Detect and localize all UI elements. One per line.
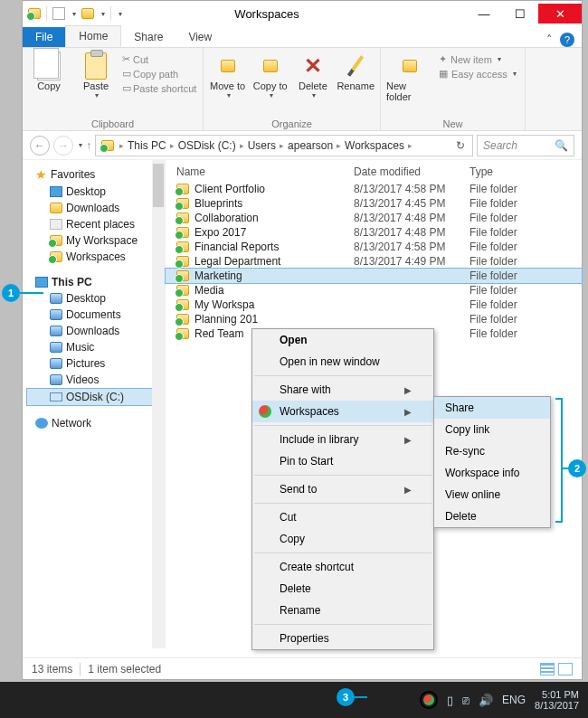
tree-item-osdisk[interactable]: OSDisk (C:) [26,388,165,406]
app-icon [28,8,41,19]
ctx-open[interactable]: Open [252,329,433,351]
tree-scrollbar[interactable] [152,160,165,648]
copy-path-button[interactable]: ▭Copy path [122,68,196,80]
breadcrumb[interactable]: ▸ This PC▸ OSDisk (C:)▸ Users▸ apearson▸… [95,135,473,156]
network-header[interactable]: Network [26,415,165,431]
tree-item[interactable]: Documents [26,307,165,323]
folder-icon [176,328,189,339]
forward-button[interactable]: → [53,136,73,156]
tree-item[interactable]: Videos [26,372,165,388]
maximize-button[interactable]: ☐ [502,4,538,24]
ctx-open-new[interactable]: Open in new window [252,351,433,373]
tray-battery-icon[interactable]: ▯ [447,694,453,707]
up-button[interactable]: ↑ [86,139,91,152]
folder-icon [176,184,189,194]
tab-file[interactable]: File [23,27,65,47]
this-pc-header[interactable]: This PC [26,274,165,290]
tree-item[interactable]: Music [26,339,165,355]
ctx-workspaces[interactable]: Workspaces▶ [252,401,433,422]
tray-workspaces[interactable] [420,691,438,709]
ctx-share-with[interactable]: Share with▶ [252,379,433,401]
context-menu: Open Open in new window Share with▶ Work… [251,328,434,650]
refresh-icon[interactable]: ↻ [450,139,470,152]
ctx-delete[interactable]: Delete [252,578,433,600]
table-row[interactable]: MediaFile folder [166,283,582,298]
folder-icon [176,270,189,281]
search-input[interactable]: Search 🔍 [477,135,574,156]
ribbon-collapse-icon[interactable]: ˄ [546,33,553,46]
tree-item[interactable]: Pictures [26,355,165,372]
table-row[interactable]: Planning 201File folder [166,312,582,326]
location-icon [101,140,114,151]
new-window-icon[interactable] [52,7,65,20]
new-item-button[interactable]: ✦New item ▾ [439,53,517,65]
ctx-pin[interactable]: Pin to Start [252,450,433,472]
table-row[interactable]: My WorkspaFile folder [166,298,582,312]
table-row[interactable]: Blueprints8/13/2017 4:45 PMFile folder [166,196,582,211]
disk-icon [50,392,62,402]
icons-view-icon[interactable] [558,663,573,675]
folder-icon [176,241,189,252]
pc-icon [35,277,48,288]
ctx-copy[interactable]: Copy [252,528,433,550]
sub-info[interactable]: Workspace info [434,462,550,484]
workspaces-tray-icon [423,694,434,705]
tree-item[interactable]: Downloads [26,323,165,339]
sub-copy-link[interactable]: Copy link [434,419,550,440]
tree-item-desktop[interactable]: Desktop [26,184,165,200]
taskbar: ▯ ⎚ 🔊 ENG 5:01 PM 8/13/2017 [0,682,588,718]
table-row[interactable]: Collaboration8/13/2017 4:48 PMFile folde… [166,211,582,225]
ctx-cut[interactable]: Cut [252,506,433,528]
open-folder-icon[interactable] [81,8,94,19]
table-row[interactable]: Expo 20178/13/2017 4:48 PMFile folder [166,225,582,240]
folder-icon [176,314,189,325]
column-headers[interactable]: Name Date modified Type [166,160,582,182]
tab-view[interactable]: View [175,27,224,47]
move-to-button[interactable]: Move to▾ [209,52,246,99]
easy-access-button[interactable]: ▦Easy access ▾ [439,68,517,80]
sub-share[interactable]: Share [434,397,550,419]
delete-button[interactable]: ✕Delete▾ [294,52,331,99]
copy-to-button[interactable]: Copy to▾ [251,52,289,99]
rename-button[interactable]: Rename [337,52,375,91]
tree-item-recent[interactable]: Recent places [26,216,165,232]
history-caret-icon[interactable]: ▾ [79,141,82,149]
tab-share[interactable]: Share [121,27,175,47]
tree-item-my-workspace[interactable]: My Workspace [26,232,165,249]
qat-caret-icon[interactable]: ▾ [72,10,76,18]
paste-button[interactable]: Paste▾ [75,52,117,99]
sub-resync[interactable]: Re-sync [434,440,550,462]
folder-icon [176,213,189,223]
tree-item[interactable]: Desktop [26,290,165,307]
folder-icon [176,256,189,267]
favorites-header[interactable]: ★Favorites [26,165,165,184]
cut-button[interactable]: ✂Cut [122,53,196,65]
ctx-shortcut[interactable]: Create shortcut [252,556,433,578]
help-icon[interactable]: ? [560,33,574,47]
sub-view-online[interactable]: View online [434,484,550,505]
back-button[interactable]: ← [30,136,50,156]
tray-network-icon[interactable]: ⎚ [462,694,469,707]
table-row[interactable]: Client Portfolio8/13/2017 4:58 PMFile fo… [166,182,582,196]
tree-item-downloads[interactable]: Downloads [26,200,165,216]
copy-button[interactable]: Copy [28,52,70,91]
details-view-icon[interactable] [540,663,555,675]
table-row[interactable]: MarketingFile folder [166,269,582,283]
table-row[interactable]: Financial Reports8/13/2017 4:58 PMFile f… [166,240,582,254]
paste-shortcut-button[interactable]: ▭Paste shortcut [122,82,196,94]
close-button[interactable]: ✕ [538,4,582,24]
new-folder-button[interactable]: New folder [386,52,433,102]
tray-language[interactable]: ENG [502,694,526,706]
folder-icon [50,326,62,336]
ctx-send-to[interactable]: Send to▶ [252,478,433,500]
tray-clock[interactable]: 5:01 PM 8/13/2017 [535,689,579,711]
minimize-button[interactable]: — [466,4,502,24]
table-row[interactable]: Legal Department8/13/2017 4:49 PMFile fo… [166,254,582,269]
tab-home[interactable]: Home [65,25,121,47]
tree-item-workspaces[interactable]: Workspaces [26,249,165,265]
tray-volume-icon[interactable]: 🔊 [479,694,493,707]
ctx-include[interactable]: Include in library▶ [252,429,433,450]
sub-delete[interactable]: Delete [434,505,550,527]
ctx-properties[interactable]: Properties [252,628,433,649]
ctx-rename[interactable]: Rename [252,600,433,621]
